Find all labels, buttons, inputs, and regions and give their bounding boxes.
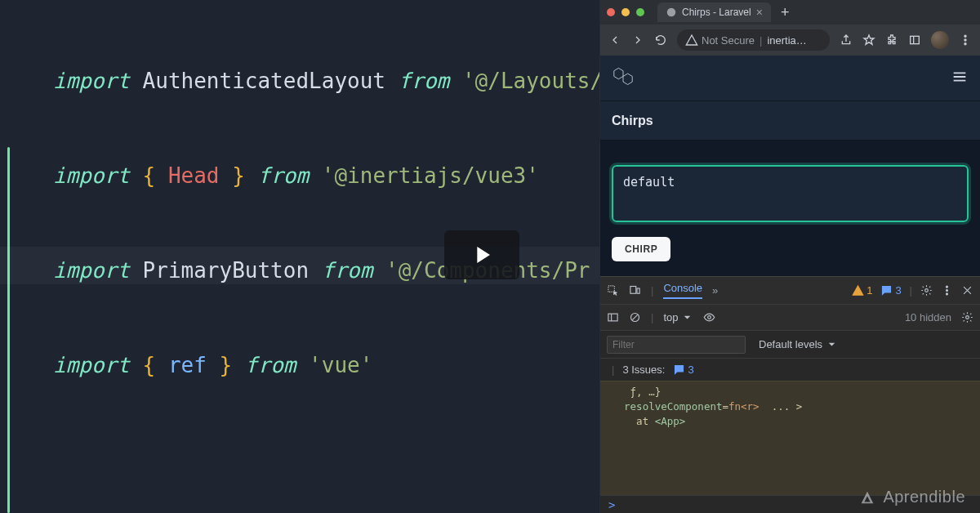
issues-badge: 3 (673, 364, 693, 376)
issues-row[interactable]: | 3 Issues: 3 (600, 358, 980, 381)
chevron-down-icon (681, 311, 693, 323)
chat-icon (880, 284, 893, 297)
issues-label: 3 Issues: (622, 364, 665, 376)
console-tab[interactable]: Console (663, 282, 702, 299)
share-icon[interactable] (840, 33, 853, 47)
profile-avatar[interactable] (931, 31, 949, 49)
svg-rect-7 (637, 288, 639, 293)
close-window-icon[interactable] (607, 8, 615, 16)
more-tabs-button[interactable]: » (712, 284, 718, 297)
svg-point-15 (966, 316, 969, 319)
browser-tabstrip: Chirps - Laravel × + (600, 0, 980, 25)
chevron-down-icon (826, 338, 838, 350)
clear-console-icon[interactable] (629, 311, 641, 323)
address-bar[interactable]: Not Secure | inertia… (677, 29, 830, 51)
svg-rect-6 (630, 287, 636, 294)
minimize-window-icon[interactable] (621, 8, 630, 16)
hidden-count[interactable]: 10 hidden (905, 311, 951, 323)
devtools-menu-icon[interactable] (941, 284, 953, 297)
console-filter-row: Default levels (600, 330, 980, 358)
svg-point-4 (964, 43, 966, 45)
url-text: inertia… (767, 34, 806, 47)
app-body: CHIRP (600, 141, 980, 276)
reload-button[interactable] (654, 33, 667, 47)
svg-point-3 (964, 39, 966, 41)
warning-icon (685, 33, 698, 47)
tab-title: Chirps - Laravel (682, 7, 751, 18)
svg-point-10 (947, 290, 948, 292)
page-title: Chirps (600, 101, 980, 141)
log-levels-select[interactable]: Default levels (759, 338, 838, 350)
tab-favicon-icon (666, 7, 677, 18)
devtools-panel: | Console » 1 3 | | (600, 276, 980, 513)
app-header (600, 56, 980, 101)
svg-rect-12 (608, 314, 617, 321)
play-button[interactable] (444, 230, 519, 279)
browser-tab[interactable]: Chirps - Laravel × (657, 2, 771, 22)
info-badge[interactable]: 3 (880, 284, 901, 297)
console-options: | top 10 hidden (600, 304, 980, 330)
chat-icon (673, 364, 685, 376)
forward-button[interactable] (631, 33, 644, 47)
hamburger-menu-button[interactable] (951, 68, 969, 89)
laravel-logo-icon[interactable] (612, 65, 635, 91)
context-selector[interactable]: top (663, 311, 693, 323)
browser-pane: Chirps - Laravel × + Not Secure | inerti… (599, 0, 980, 513)
chirp-button[interactable]: CHIRP (612, 237, 670, 261)
svg-point-9 (947, 286, 948, 288)
console-settings-icon[interactable] (961, 311, 973, 323)
console-filter-input[interactable] (607, 336, 746, 354)
svg-point-2 (964, 35, 966, 37)
new-tab-button[interactable]: + (781, 4, 790, 21)
svg-point-14 (708, 316, 711, 319)
not-secure-label: Not Secure (685, 33, 755, 47)
close-devtools-icon[interactable] (961, 284, 973, 297)
extensions-icon[interactable] (885, 33, 898, 47)
brand-watermark: Aprendible (858, 488, 965, 506)
browser-toolbar: Not Secure | inertia… (600, 25, 980, 56)
svg-point-8 (925, 289, 929, 292)
sidebar-toggle-icon[interactable] (607, 311, 619, 323)
console-log: ƒ, …} resolveComponent=fn<r> ... > at <A… (600, 381, 980, 495)
bookmark-star-icon[interactable] (862, 33, 875, 47)
menu-kebab-icon[interactable] (959, 33, 972, 47)
inspect-element-icon[interactable] (607, 284, 619, 297)
back-button[interactable] (608, 33, 621, 47)
settings-gear-icon[interactable] (920, 284, 933, 297)
panel-icon[interactable] (908, 33, 921, 47)
window-controls[interactable] (607, 8, 644, 16)
play-icon (468, 241, 496, 269)
svg-rect-1 (911, 36, 920, 43)
brand-logo-icon (858, 488, 876, 506)
chirp-textarea[interactable] (612, 165, 969, 222)
close-tab-icon[interactable]: × (756, 6, 763, 19)
device-toolbar-icon[interactable] (629, 284, 641, 297)
maximize-window-icon[interactable] (636, 8, 644, 16)
svg-point-11 (947, 293, 948, 295)
warnings-badge[interactable]: 1 (852, 284, 872, 297)
warning-icon (852, 284, 864, 297)
devtools-tabs: | Console » 1 3 | (600, 276, 980, 304)
svg-point-0 (667, 8, 676, 17)
eye-icon[interactable] (703, 311, 715, 323)
